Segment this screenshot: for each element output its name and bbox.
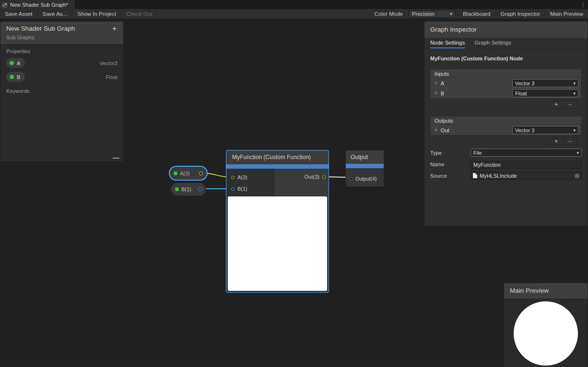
property-color-dot xyxy=(10,61,14,65)
drag-handle-icon[interactable]: = xyxy=(435,91,437,96)
function-name-input[interactable] xyxy=(470,161,582,169)
property-node-b[interactable]: B(1) xyxy=(171,183,206,196)
type-label: Type xyxy=(430,150,470,156)
property-type: Float xyxy=(106,74,118,80)
save-as-button[interactable]: Save As... xyxy=(38,9,73,19)
port-label: Out(3) xyxy=(305,174,319,180)
input-a-type-dropdown[interactable]: Vector 3 ▾ xyxy=(512,79,578,87)
custom-function-node[interactable]: MyFunction (Custom Function) A(3) B(1) O… xyxy=(226,150,329,293)
port-dot-icon[interactable] xyxy=(231,187,235,191)
node-settings-heading: MyFunction (Custom Function) Node xyxy=(430,56,582,61)
blackboard-toggle-button[interactable]: Blackboard xyxy=(458,9,495,19)
source-type-dropdown[interactable]: File ▾ xyxy=(470,149,582,157)
blackboard-property-row[interactable]: B Float xyxy=(0,70,123,84)
graph-inspector-toggle-button[interactable]: Graph Inspector xyxy=(495,9,545,19)
output-node[interactable]: Output Output(4) xyxy=(345,150,384,187)
tab-graph-settings[interactable]: Graph Settings xyxy=(474,38,511,48)
node-title[interactable]: MyFunction (Custom Function) xyxy=(226,150,329,164)
port-label: B(1) xyxy=(237,186,247,192)
inspector-tabs: Node Settings Graph Settings xyxy=(424,38,588,49)
object-picker-icon[interactable]: ◎ xyxy=(575,172,579,179)
dropdown-value: File xyxy=(473,150,482,156)
graph-canvas[interactable]: A(3) B(1) MyFunction (Custom Function) A… xyxy=(0,19,588,367)
output-node-port[interactable]: Output(4) xyxy=(346,168,384,182)
dropdown-value: Vector 3 xyxy=(515,127,534,133)
chevron-down-icon: ▾ xyxy=(573,128,576,133)
blackboard-panel: New Shader Sub Graph + Sub Graphs Proper… xyxy=(0,21,124,162)
blackboard-header[interactable]: New Shader Sub Graph + Sub Graphs xyxy=(0,22,123,44)
overflow-menu-icon[interactable]: ⋮ xyxy=(580,0,586,9)
graph-inspector-title[interactable]: Graph Inspector xyxy=(424,22,588,38)
node-port-area: A(3) B(1) Out(3) xyxy=(226,169,329,196)
color-mode-label: Color Mode xyxy=(371,9,407,19)
main-preview-title[interactable]: Main Preview xyxy=(504,283,588,298)
main-preview-body[interactable] xyxy=(504,298,588,367)
save-asset-button[interactable]: Save Asset xyxy=(0,9,38,19)
remove-input-button[interactable]: − xyxy=(563,101,577,108)
port-dot-icon[interactable] xyxy=(231,176,235,179)
dropdown-value: Vector 3 xyxy=(515,80,534,86)
node-title[interactable]: Output xyxy=(346,150,384,164)
inputs-add-remove-bar: + − xyxy=(549,101,577,108)
add-property-button[interactable]: + xyxy=(110,25,118,32)
precision-value: Precision xyxy=(412,11,435,17)
dropdown-value: Float xyxy=(515,91,527,96)
source-field-row: Source MyHLSLInclude ◎ xyxy=(430,172,582,180)
input-row-a[interactable]: = A Vector 3 ▾ xyxy=(431,78,581,88)
outputs-background xyxy=(275,169,329,196)
chevron-down-icon: ▾ xyxy=(573,91,576,96)
blackboard-property-row[interactable]: A Vector3 xyxy=(0,56,123,70)
input-row-b[interactable]: = B Float ▾ xyxy=(431,88,581,98)
input-name: B xyxy=(441,91,444,96)
remove-output-button[interactable]: − xyxy=(563,138,577,145)
output-row-out[interactable]: = Out Vector 3 ▾ xyxy=(431,125,581,135)
property-b-output-port[interactable] xyxy=(198,187,202,191)
tab-new-shader-sub-graph[interactable]: New Shader Sub Graph* xyxy=(0,0,75,9)
drag-handle-icon[interactable]: = xyxy=(435,127,437,133)
source-object-field[interactable]: MyHLSLInclude ◎ xyxy=(470,172,582,180)
property-type: Vector3 xyxy=(100,60,118,66)
outputs-box: Outputs = Out Vector 3 ▾ xyxy=(430,116,582,136)
add-output-button[interactable]: + xyxy=(550,138,563,145)
source-label: Source xyxy=(430,173,470,179)
port-dot-icon[interactable] xyxy=(350,177,353,181)
tab-node-settings[interactable]: Node Settings xyxy=(430,38,465,48)
inputs-box: Inputs = A Vector 3 ▾ = B Float xyxy=(430,69,582,99)
type-field-row: Type File ▾ xyxy=(430,149,582,157)
tab-label: New Shader Sub Graph* xyxy=(10,2,68,8)
exposed-property-dot xyxy=(175,187,179,191)
source-object-name: MyHLSLInclude xyxy=(480,173,517,179)
main-preview-toggle-button[interactable]: Main Preview xyxy=(545,9,588,19)
property-pill-b[interactable]: B xyxy=(6,72,25,82)
input-name: A xyxy=(441,80,444,86)
add-input-button[interactable]: + xyxy=(550,101,563,108)
output-type-dropdown[interactable]: Vector 3 ▾ xyxy=(512,126,578,134)
port-label: A(3) xyxy=(237,174,247,180)
property-pill-a[interactable]: A xyxy=(6,58,25,68)
outputs-add-remove-bar: + − xyxy=(549,138,577,145)
drag-handle-icon[interactable]: = xyxy=(435,80,437,86)
property-a-output-port[interactable] xyxy=(199,172,203,175)
keywords-section-header[interactable]: Keywords xyxy=(0,84,123,96)
name-field-row: Name xyxy=(430,160,582,168)
properties-section-header[interactable]: Properties xyxy=(0,44,123,56)
resize-handle[interactable] xyxy=(113,158,119,159)
port-dot-icon[interactable] xyxy=(322,175,326,179)
input-b-type-dropdown[interactable]: Float ▾ xyxy=(512,89,578,97)
precision-dropdown[interactable]: Precision ▾ xyxy=(409,10,456,18)
output-port-out[interactable]: Out(3) xyxy=(305,174,326,180)
main-preview-panel: Main Preview xyxy=(504,283,588,367)
property-name: B xyxy=(17,74,20,80)
show-in-project-button[interactable]: Show In Project xyxy=(72,9,121,19)
inputs-box-header: Inputs xyxy=(431,69,581,78)
property-node-a[interactable]: A(3) xyxy=(169,166,208,181)
file-icon xyxy=(473,173,477,178)
node-preview-surface xyxy=(228,196,327,291)
input-port-b[interactable]: B(1) xyxy=(231,186,247,192)
exposed-property-dot xyxy=(174,172,177,175)
document-tab-strip: New Shader Sub Graph* ⋮ xyxy=(0,0,588,9)
graph-toolbar: Save Asset Save As... Show In Project Ch… xyxy=(0,9,588,19)
input-port-a[interactable]: A(3) xyxy=(231,174,247,180)
property-node-label: A(3) xyxy=(180,171,190,176)
subgraph-asset-icon xyxy=(2,2,8,8)
